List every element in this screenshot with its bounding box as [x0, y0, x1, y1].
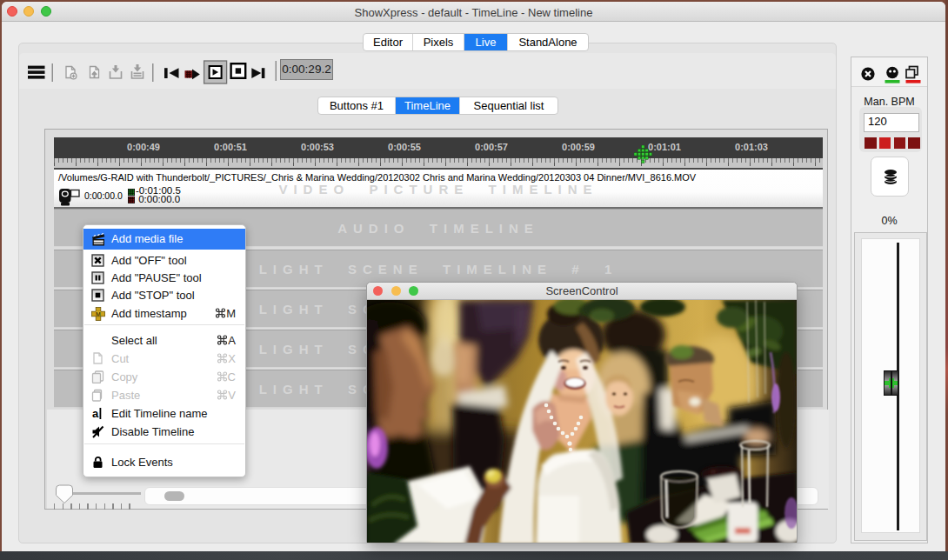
svg-text:a: a	[92, 407, 99, 420]
svg-text:M: M	[96, 311, 101, 317]
